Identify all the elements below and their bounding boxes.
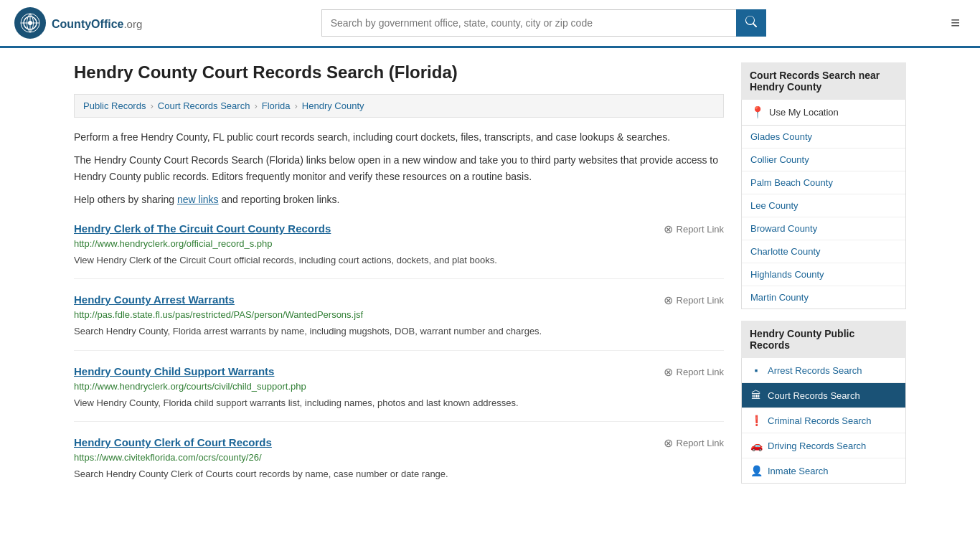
- location-icon: 📍: [750, 105, 765, 119]
- result-desc: View Hendry County, Florida child suppor…: [74, 396, 724, 410]
- report-icon: ⊗: [664, 293, 673, 307]
- county-link[interactable]: Palm Beach County: [742, 171, 905, 194]
- public-record-link[interactable]: 🏛 Court Records Search: [742, 383, 905, 408]
- county-item[interactable]: Glades County: [742, 126, 905, 149]
- result-title[interactable]: Hendry Clerk of The Circuit Court County…: [74, 222, 331, 235]
- nearby-section: Court Records Search near Hendry County …: [741, 62, 906, 309]
- report-link[interactable]: ⊗ Report Link: [664, 293, 724, 307]
- logo-text: CountyOffice.org: [52, 15, 142, 32]
- county-link[interactable]: Charlotte County: [742, 240, 905, 263]
- result-item: Hendry County Arrest Warrants ⊗ Report L…: [74, 293, 724, 351]
- nearby-header: Court Records Search near Hendry County: [741, 62, 906, 100]
- record-label: Driving Records Search: [768, 441, 866, 451]
- breadcrumb-public-records[interactable]: Public Records: [83, 100, 146, 111]
- breadcrumb-court-records[interactable]: Court Records Search: [158, 100, 250, 111]
- result-header: Hendry County Arrest Warrants ⊗ Report L…: [74, 293, 724, 307]
- breadcrumb: Public Records › Court Records Search › …: [74, 94, 724, 118]
- record-label: Criminal Records Search: [768, 415, 872, 426]
- report-label: Report Link: [677, 224, 724, 235]
- search-input[interactable]: [321, 9, 736, 37]
- record-label: Court Records Search: [768, 390, 860, 401]
- county-link[interactable]: Collier County: [742, 149, 905, 171]
- county-item[interactable]: Lee County: [742, 194, 905, 217]
- public-record-item[interactable]: ▪ Arrest Records Search: [742, 358, 905, 383]
- logo-suffix: .org: [123, 18, 142, 30]
- report-label: Report Link: [677, 295, 724, 306]
- public-record-item[interactable]: 👤 Inmate Search: [742, 458, 905, 483]
- breadcrumb-hendry[interactable]: Hendry County: [302, 100, 364, 111]
- report-link[interactable]: ⊗ Report Link: [664, 436, 724, 450]
- record-label: Arrest Records Search: [768, 365, 862, 376]
- result-title[interactable]: Hendry County Clerk of Court Records: [74, 436, 272, 448]
- record-icon: ❗: [750, 415, 762, 426]
- content-area: Hendry County Court Records Search (Flor…: [74, 62, 724, 495]
- report-link[interactable]: ⊗ Report Link: [664, 222, 724, 236]
- public-records-list: ▪ Arrest Records Search 🏛 Court Records …: [741, 358, 906, 484]
- results-container: Hendry Clerk of The Circuit Court County…: [74, 222, 724, 493]
- county-link[interactable]: Martin County: [742, 286, 905, 309]
- county-link[interactable]: Broward County: [742, 217, 905, 240]
- county-item[interactable]: Broward County: [742, 217, 905, 240]
- result-header: Hendry County Clerk of Court Records ⊗ R…: [74, 436, 724, 450]
- use-location-label: Use My Location: [769, 107, 839, 118]
- result-url: http://pas.fdle.state.fl.us/pas/restrict…: [74, 309, 724, 320]
- county-item[interactable]: Highlands County: [742, 263, 905, 286]
- county-item[interactable]: Collier County: [742, 149, 905, 171]
- report-label: Report Link: [677, 367, 724, 377]
- public-records-header: Hendry County Public Records: [741, 321, 906, 358]
- result-desc: View Hendry Clerk of the Circuit Court o…: [74, 253, 724, 268]
- report-icon: ⊗: [664, 436, 673, 450]
- description-para1: Perform a free Hendry County, FL public …: [74, 129, 724, 145]
- result-url: https://www.civitekflorida.com/ocrs/coun…: [74, 452, 724, 463]
- description-para3: Help others by sharing new links and rep…: [74, 192, 724, 207]
- report-label: Report Link: [677, 438, 724, 448]
- public-record-link[interactable]: ▪ Arrest Records Search: [742, 358, 905, 382]
- public-records-section: Hendry County Public Records ▪ Arrest Re…: [741, 321, 906, 484]
- menu-button[interactable]: ≡: [945, 11, 966, 35]
- result-item: Hendry County Child Support Warrants ⊗ R…: [74, 365, 724, 423]
- result-header: Hendry County Child Support Warrants ⊗ R…: [74, 365, 724, 379]
- result-item: Hendry Clerk of The Circuit Court County…: [74, 222, 724, 280]
- result-url: http://www.hendryclerk.org/courts/civil/…: [74, 381, 724, 392]
- description-para2: The Hendry County Court Records Search (…: [74, 152, 724, 184]
- report-icon: ⊗: [664, 222, 673, 236]
- logo-area: CountyOffice.org: [14, 7, 142, 39]
- new-links[interactable]: new links: [177, 194, 219, 205]
- search-bar: [321, 9, 766, 37]
- site-header: CountyOffice.org ≡: [0, 0, 980, 48]
- use-location-item[interactable]: 📍 Use My Location: [742, 100, 905, 125]
- page-title: Hendry County Court Records Search (Flor…: [74, 62, 724, 83]
- report-link[interactable]: ⊗ Report Link: [664, 365, 724, 379]
- search-button[interactable]: [736, 9, 766, 37]
- county-list: Glades CountyCollier CountyPalm Beach Co…: [741, 126, 906, 309]
- record-icon: 🚗: [750, 440, 762, 451]
- county-item[interactable]: Martin County: [742, 286, 905, 309]
- result-header: Hendry Clerk of The Circuit Court County…: [74, 222, 724, 236]
- public-record-link[interactable]: 👤 Inmate Search: [742, 458, 905, 483]
- county-link[interactable]: Highlands County: [742, 263, 905, 286]
- public-record-link[interactable]: 🚗 Driving Records Search: [742, 433, 905, 458]
- public-record-item[interactable]: 🚗 Driving Records Search: [742, 433, 905, 458]
- sidebar: Court Records Search near Hendry County …: [741, 62, 906, 495]
- breadcrumb-florida[interactable]: Florida: [262, 100, 291, 111]
- result-url: http://www.hendryclerk.org/official_reco…: [74, 238, 724, 249]
- county-link[interactable]: Glades County: [742, 126, 905, 148]
- county-link[interactable]: Lee County: [742, 194, 905, 217]
- nearby-list: 📍 Use My Location: [741, 100, 906, 126]
- public-record-item[interactable]: 🏛 Court Records Search: [742, 383, 905, 408]
- record-icon: 👤: [750, 465, 762, 476]
- use-location-link[interactable]: 📍 Use My Location: [742, 100, 905, 125]
- report-icon: ⊗: [664, 365, 673, 379]
- public-record-link[interactable]: ❗ Criminal Records Search: [742, 408, 905, 433]
- svg-point-4: [28, 21, 32, 25]
- record-icon: ▪: [750, 364, 762, 376]
- public-record-item[interactable]: ❗ Criminal Records Search: [742, 408, 905, 433]
- county-item[interactable]: Charlotte County: [742, 240, 905, 263]
- result-desc: Search Hendry County, Florida arrest war…: [74, 324, 724, 339]
- main-container: Hendry County Court Records Search (Flor…: [60, 48, 920, 509]
- result-title[interactable]: Hendry County Child Support Warrants: [74, 365, 274, 377]
- record-label: Inmate Search: [768, 466, 829, 476]
- record-icon: 🏛: [750, 390, 762, 401]
- county-item[interactable]: Palm Beach County: [742, 171, 905, 194]
- result-title[interactable]: Hendry County Arrest Warrants: [74, 293, 235, 306]
